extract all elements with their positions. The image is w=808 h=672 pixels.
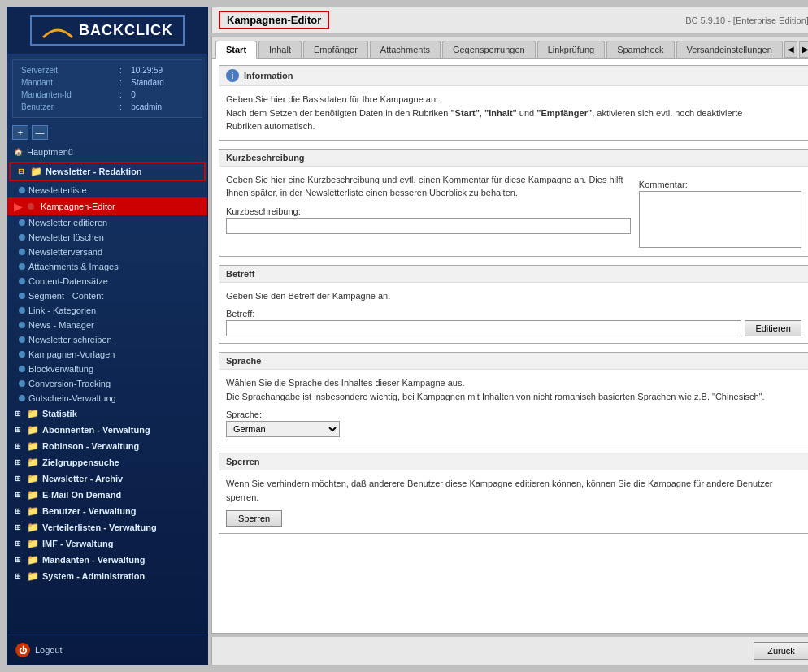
sidebar-item-content-datensaetze[interactable]: Content-Datensätze [7,274,207,288]
sidebar-item-link-kategorien[interactable]: Link - Kategorien [7,303,207,318]
info-icon: i [226,69,239,82]
sidebar-item-abonnenten-verwaltung[interactable]: ⊞ 📁 Abonnenten - Verwaltung [7,422,207,438]
link-kategorien-bullet [19,307,25,314]
tab-spamcheck[interactable]: Spamcheck [606,41,674,58]
sidebar-item-newsletter-schreiben[interactable]: Newsletter schreiben [7,332,207,347]
benutzer-folder-icon: 📁 [27,505,39,517]
statistik-folder-icon: 📁 [27,408,39,419]
verteilerlisten-expand-icon: ⊞ [12,522,24,533]
sidebar-item-hauptmenu[interactable]: 🏠 Hauptmenü [7,144,207,160]
betreff-section-body: Geben Sie den Betreff der Kampagne an. B… [219,283,808,344]
serverzeit-value: 10:29:59 [129,65,195,76]
tab-nav-left[interactable]: ◀ [784,41,797,58]
tab-versandeinstellungen[interactable]: Versandeinstellungen [676,41,783,58]
sidebar-item-mandanten-verwaltung[interactable]: ⊞ 📁 Mandanten - Verwaltung [7,552,207,568]
logout-item[interactable]: ⏻ Logout [12,640,202,660]
benutzer-value: bcadmin [129,102,195,112]
sidebar-item-segment-content[interactable]: Segment - Content [7,288,207,303]
sidebar-item-zielgruppensuche[interactable]: ⊞ 📁 Zielgruppensuche [7,454,207,470]
email-expand-icon: ⊞ [12,489,24,501]
active-arrow-icon: ▶ [14,200,23,213]
kampagnen-editor-bullet [28,203,34,210]
sprache-label: Sprache: [226,410,801,419]
mandant-label: Mandant [20,77,116,88]
benutzer-expand-icon: ⊞ [12,505,24,517]
sidebar-item-newsletter-archiv[interactable]: ⊞ 📁 Newsletter - Archiv [7,470,207,487]
sperren-section-title: Sperren [219,453,808,470]
hauptmenu-label: Hauptmenü [27,147,73,157]
sidebar-expand-btn[interactable]: + [12,125,28,140]
sprache-line1: Wählen Sie die Sprache des Inhaltes dies… [226,376,801,390]
newsletter-expand-icon: ⊟ [15,166,27,177]
abonnenten-expand-icon: ⊞ [12,424,24,436]
sidebar-item-conversion-tracking[interactable]: Conversion-Tracking [7,376,207,391]
sidebar-item-blockverwaltung[interactable]: Blockverwaltung [7,362,207,376]
tab-start[interactable]: Start [215,41,257,59]
content-footer: Zurück [211,637,808,665]
sidebar-item-attachments-images[interactable]: Attachments & Images [7,259,207,274]
newsletter-schreiben-bullet [19,336,25,343]
mandanten-folder-icon: 📁 [27,554,39,566]
kurzbeschreibung-section-body: Geben Sie hier eine Kurzbeschreibung und… [219,167,808,256]
server-info-panel: Serverzeit : 10:29:59 Mandant : Standard… [12,59,202,118]
segment-content-bullet [19,293,25,299]
betreff-input[interactable] [226,320,741,336]
sidebar-collapse-btn[interactable]: — [32,125,48,140]
sprache-section-body: Wählen Sie die Sprache des Inhaltes dies… [219,370,808,444]
sidebar-item-kampagnen-vorlagen[interactable]: Kampagnen-Vorlagen [7,347,207,362]
newsletterliste-bullet [19,187,25,193]
sidebar-item-newsletterliste[interactable]: Newsletterliste [7,183,207,197]
tab-linkpruefung[interactable]: Linkprüfung [537,41,606,58]
tab-inhalt[interactable]: Inhalt [258,41,302,58]
tabs-bar: Start Inhalt Empfänger Attachments Gegen… [212,37,808,59]
system-folder-icon: 📁 [27,570,39,582]
tab-gegensperrungen[interactable]: Gegensperrungen [442,41,536,58]
sidebar-item-statistik[interactable]: ⊞ 📁 Statistik [7,405,207,422]
sidebar-item-email-on-demand[interactable]: ⊞ 📁 E-Mail On Demand [7,487,207,503]
editieren-button[interactable]: Editieren [745,320,801,336]
newsletter-redaktion-label: Newsletter - Redaktion [46,167,142,176]
conversion-tracking-bullet [19,380,25,387]
sidebar-item-kampagnen-editor[interactable]: ▶ Kampagnen-Editor [7,197,207,215]
newsletter-folder-icon: 📁 [30,166,42,177]
betreff-desc: Geben Sie den Betreff der Kampagne an. [226,289,801,303]
sidebar-item-gutschein-verwaltung[interactable]: Gutschein-Verwaltung [7,391,207,405]
robinson-expand-icon: ⊞ [12,440,24,452]
zuruck-button[interactable]: Zurück [754,642,808,660]
sperren-desc: Wenn Sie verhindern möchten, daß anderer… [226,477,801,504]
sidebar-item-newsletterversand[interactable]: Newsletterversand [7,245,207,259]
sperren-section: Sperren Wenn Sie verhindern möchten, daß… [219,453,808,534]
statistik-expand-icon: ⊞ [12,408,24,419]
newsletter-editieren-bullet [19,219,25,226]
email-folder-icon: 📁 [27,489,39,501]
sperren-button[interactable]: Sperren [226,510,282,527]
kurzbeschreibung-label: Kurzbeschreibung: [226,206,631,216]
sidebar-item-robinson-verwaltung[interactable]: ⊞ 📁 Robinson - Verwaltung [7,438,207,454]
newsletterversand-bullet [19,249,25,255]
page-title: Kampagnen-Editor [219,11,329,29]
logo-arc-icon [41,23,74,39]
benutzer-label: Benutzer [20,102,116,112]
tab-attachments[interactable]: Attachments [370,41,441,58]
tab-nav-right[interactable]: ▶ [799,41,808,58]
content-header: Kampagnen-Editor BC 5.9.10 - [Enterprise… [211,7,808,33]
kommentar-label: Kommentar: [639,180,801,189]
sprache-select[interactable]: German English French Spanish Chinese [226,421,340,437]
kurzbeschreibung-desc: Geben Sie hier eine Kurzbeschreibung und… [226,173,631,200]
sidebar-item-newsletter-editieren[interactable]: Newsletter editieren [7,215,207,230]
sidebar-item-benutzer-verwaltung[interactable]: ⊞ 📁 Benutzer - Verwaltung [7,503,207,519]
sidebar-item-verteilerlisten-verwaltung[interactable]: ⊞ 📁 Verteilerlisten - Verwaltung [7,519,207,535]
kommentar-textarea[interactable] [639,191,801,248]
content-area: Kampagnen-Editor BC 5.9.10 - [Enterprise… [211,7,808,665]
sidebar-item-system-administration[interactable]: ⊞ 📁 System - Administration [7,568,207,584]
betreff-section-title: Betreff [219,266,808,283]
logo-box: BACKCLICK [30,15,185,46]
sidebar-item-imf-verwaltung[interactable]: ⊞ 📁 IMF - Verwaltung [7,535,207,552]
tab-empfaenger[interactable]: Empfänger [303,41,368,58]
sidebar-item-news-manager[interactable]: News - Manager [7,318,207,332]
sidebar-item-newsletter-redaktion[interactable]: ⊟ 📁 Newsletter - Redaktion [9,162,206,181]
attachments-images-bullet [19,263,25,270]
sidebar-item-newsletter-loeschen[interactable]: Newsletter löschen [7,230,207,245]
mandanten-id-value: 0 [129,89,195,100]
kurzbeschreibung-input[interactable] [226,218,631,234]
